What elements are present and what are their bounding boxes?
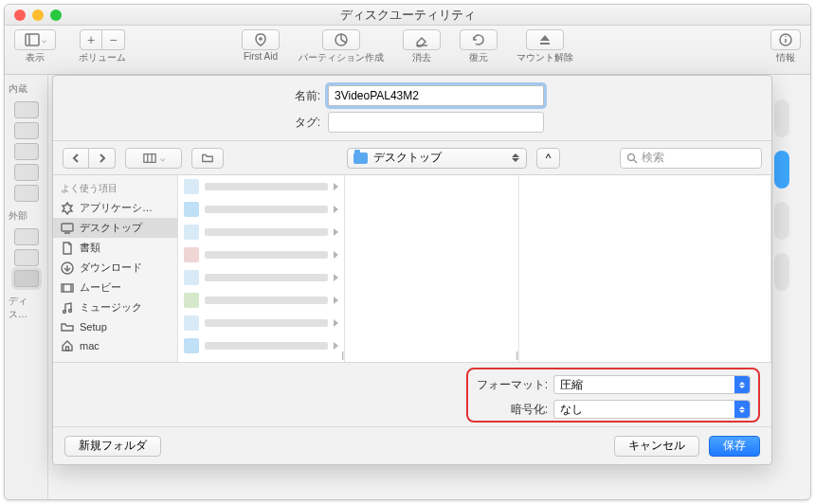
chevron-updown-icon bbox=[511, 153, 520, 162]
encryption-select[interactable]: なし bbox=[553, 400, 751, 419]
svg-marker-8 bbox=[540, 35, 550, 41]
favorites-item-doc[interactable]: 書類 bbox=[53, 238, 177, 258]
info-icon bbox=[778, 32, 793, 47]
name-input[interactable] bbox=[328, 85, 544, 106]
toolbar: ⌵ 表示 + − ボリューム First Aid パーティション作成 消去 bbox=[5, 26, 810, 75]
sheet-bottom-bar: 新規フォルダ キャンセル 保存 bbox=[53, 426, 771, 464]
internal-disk[interactable] bbox=[14, 185, 39, 202]
favorites-heading: よく使う項目 bbox=[53, 179, 177, 198]
eject-icon bbox=[537, 32, 552, 47]
svg-rect-18 bbox=[62, 224, 73, 231]
add-volume-button[interactable]: + bbox=[80, 29, 102, 50]
first-aid-icon bbox=[253, 32, 268, 47]
favorites-item-label: ムービー bbox=[80, 280, 121, 295]
cancel-button[interactable]: キャンセル bbox=[614, 436, 699, 457]
new-folder-button[interactable]: 新規フォルダ bbox=[64, 436, 161, 457]
tag-label: タグ: bbox=[53, 115, 320, 131]
nav-row: ⌵ デスクトップ ^ 検索 bbox=[53, 141, 771, 175]
name-label: 名前: bbox=[53, 88, 320, 104]
favorites-item-label: デスクトップ bbox=[80, 221, 142, 235]
favorites-item-home[interactable]: mac bbox=[53, 336, 177, 355]
favorites-item-desktop[interactable]: デスクトップ bbox=[53, 218, 177, 238]
external-disk[interactable] bbox=[14, 249, 39, 266]
internal-disk[interactable] bbox=[14, 122, 39, 139]
save-button[interactable]: 保存 bbox=[709, 436, 760, 457]
external-disk[interactable] bbox=[14, 228, 39, 245]
tag-input[interactable] bbox=[328, 112, 544, 133]
svg-rect-0 bbox=[26, 34, 39, 45]
favorites-sidebar: よく使う項目 アプリケーシ…デスクトップ書類ダウンロードムービーミュージックSe… bbox=[53, 175, 178, 362]
favorites-item-label: Setup bbox=[80, 321, 107, 333]
svg-point-25 bbox=[63, 310, 66, 313]
back-button[interactable] bbox=[63, 148, 89, 169]
forward-button[interactable] bbox=[89, 148, 116, 169]
group-button[interactable] bbox=[191, 148, 224, 169]
search-input[interactable]: 検索 bbox=[620, 148, 762, 169]
svg-point-12 bbox=[785, 36, 786, 37]
search-icon bbox=[626, 153, 638, 164]
format-options-highlight: フォーマット: 圧縮 暗号化: なし bbox=[466, 368, 760, 423]
favorites-item-folder[interactable]: Setup bbox=[53, 317, 177, 336]
svg-rect-9 bbox=[540, 43, 550, 45]
favorites-item-label: 書類 bbox=[80, 241, 100, 255]
favorites-item-label: ダウンロード bbox=[80, 261, 142, 275]
sidebar-icon bbox=[25, 32, 40, 47]
svg-line-17 bbox=[634, 160, 637, 163]
toolbar-view-label: 表示 bbox=[26, 51, 45, 64]
file-browser: よく使う項目 アプリケーシ…デスクトップ書類ダウンロードムービーミュージックSe… bbox=[53, 175, 771, 363]
disk-utility-sidebar: 内蔵 外部 ディス… bbox=[5, 75, 48, 499]
favorites-item-label: ミュージック bbox=[80, 300, 142, 315]
chevron-updown-icon bbox=[734, 401, 750, 418]
erase-icon bbox=[414, 32, 429, 47]
encryption-label: 暗号化: bbox=[476, 402, 548, 418]
chevron-updown-icon bbox=[734, 376, 750, 393]
folder-outline-icon bbox=[201, 152, 214, 165]
restore-icon bbox=[471, 32, 486, 47]
favorites-item-movie[interactable]: ムービー bbox=[53, 278, 177, 297]
favorites-item-download[interactable]: ダウンロード bbox=[53, 258, 177, 278]
browser-column-1[interactable]: || bbox=[178, 175, 345, 362]
format-select[interactable]: 圧縮 bbox=[553, 375, 751, 394]
browser-column-3[interactable] bbox=[519, 175, 771, 362]
partition-icon bbox=[334, 32, 349, 47]
svg-point-26 bbox=[69, 309, 72, 312]
toolbar-view[interactable]: ⌵ 表示 bbox=[14, 29, 56, 64]
window-title: ディスクユーティリティ bbox=[5, 7, 810, 24]
internal-disk[interactable] bbox=[14, 101, 39, 118]
svg-rect-27 bbox=[66, 347, 69, 351]
toolbar-info[interactable]: 情報 bbox=[770, 29, 801, 64]
favorites-item-label: アプリケーシ… bbox=[80, 201, 153, 215]
folder-icon bbox=[353, 153, 368, 164]
internal-disk[interactable] bbox=[14, 143, 39, 160]
bg-scroll-hints bbox=[774, 86, 793, 461]
favorites-item-music[interactable]: ミュージック bbox=[53, 297, 177, 317]
svg-line-6 bbox=[341, 40, 346, 43]
favorites-item-apps[interactable]: アプリケーシ… bbox=[53, 198, 177, 218]
column-handle-icon[interactable]: || bbox=[516, 351, 516, 360]
svg-point-16 bbox=[628, 153, 635, 160]
external-disk-selected[interactable] bbox=[14, 270, 39, 287]
toolbar-partition[interactable]: パーティション作成 bbox=[299, 29, 384, 64]
remove-volume-button[interactable]: − bbox=[102, 29, 125, 50]
view-mode-button[interactable]: ⌵ bbox=[125, 148, 182, 169]
toolbar-unmount[interactable]: マウント解除 bbox=[516, 29, 573, 64]
favorites-item-label: mac bbox=[80, 340, 100, 351]
location-popup[interactable]: デスクトップ bbox=[347, 148, 527, 169]
toolbar-first-aid[interactable]: First Aid bbox=[242, 29, 280, 64]
titlebar: ディスクユーティリティ bbox=[5, 5, 810, 26]
internal-disk[interactable] bbox=[14, 164, 39, 181]
columns-icon bbox=[143, 152, 156, 165]
toolbar-erase[interactable]: 消去 bbox=[403, 29, 441, 64]
browser-column-2[interactable]: || bbox=[345, 175, 519, 362]
column-handle-icon[interactable]: || bbox=[341, 351, 342, 360]
svg-rect-13 bbox=[143, 153, 154, 162]
collapse-button[interactable]: ^ bbox=[536, 148, 560, 169]
save-sheet: 名前: タグ: ⌵ デスクトップ bbox=[52, 75, 772, 465]
toolbar-volume[interactable]: + − ボリューム bbox=[79, 29, 126, 64]
format-label: フォーマット: bbox=[476, 377, 548, 393]
toolbar-volume-label: ボリューム bbox=[79, 51, 126, 64]
toolbar-restore[interactable]: 復元 bbox=[460, 29, 498, 64]
